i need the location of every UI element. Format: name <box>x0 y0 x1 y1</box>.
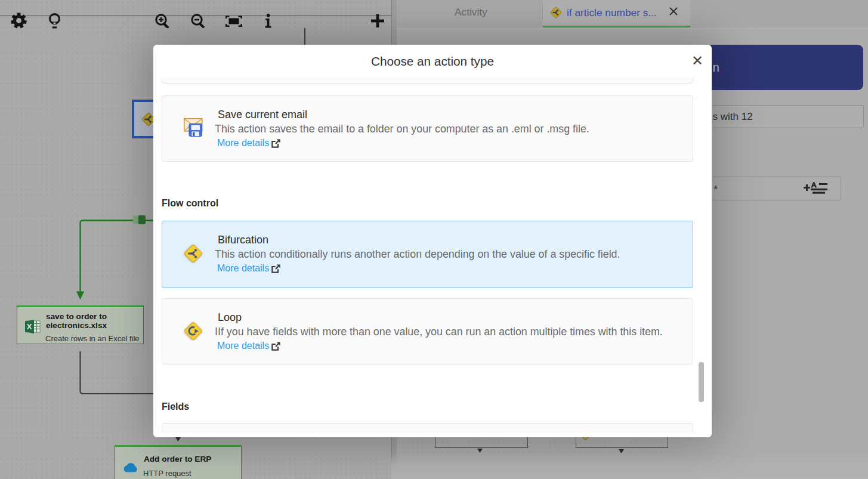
svg-text:X: X <box>27 322 32 331</box>
